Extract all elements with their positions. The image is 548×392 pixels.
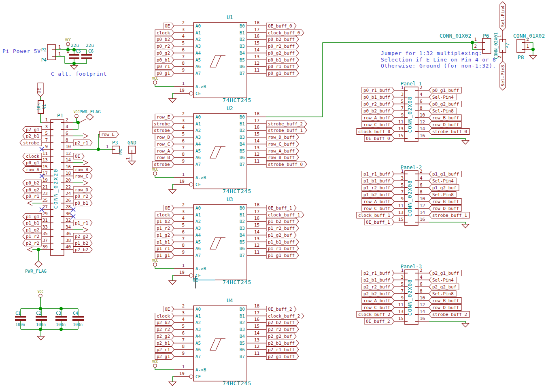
pin-number: 3 [182, 27, 185, 32]
pin-number: 24 [66, 191, 71, 196]
ref-U2: U2 [227, 105, 233, 111]
net-label-text: p1_g1_buff [432, 172, 459, 177]
connector-p8[interactable] [517, 39, 525, 53]
note-jumper-line: Otherwise: Ground (for non-1:32). [381, 63, 496, 69]
ref-C2: C2 [36, 311, 41, 316]
net-label-text: row_C_buff [363, 305, 390, 310]
vcc-text: VCC [152, 360, 158, 364]
pin-number: 16 [254, 125, 259, 130]
pin-number: 16 [420, 217, 425, 222]
pin-name: A3 [195, 327, 201, 332]
net-label-text: row_C [75, 174, 88, 179]
title-Panel-3: Panel-3 [401, 263, 422, 269]
gnd-symbol [70, 66, 78, 70]
net-label-text: row_A [157, 148, 170, 154]
gnd-symbol [462, 224, 469, 228]
net-label-text: strobe_buff_2 [432, 312, 467, 317]
pin-number: 16 [66, 164, 71, 170]
net-label-text: p0_b2_buff [268, 37, 295, 42]
vcc-text: VCC [152, 168, 158, 172]
net-label-text: p0_r1 [157, 64, 170, 69]
pin-number: 13 [254, 337, 259, 343]
pin-name: B7 [240, 162, 245, 167]
pin-name: B3 [240, 135, 245, 140]
pin-name: A2 [195, 219, 201, 224]
net-label-text: OE [165, 307, 170, 312]
pin-name: A7 [195, 162, 201, 167]
net-label-text: p1_r1_buff [363, 172, 390, 177]
pin-number: 13 [398, 210, 404, 215]
pin-name: A6 [195, 246, 201, 251]
vcc-text: VCC [152, 259, 158, 263]
net-label-text: p2_g2_buf [432, 284, 457, 290]
pin-number: 10 [66, 144, 71, 149]
pin-number: 31 [42, 218, 48, 223]
pin-number: 17 [42, 171, 48, 176]
pin-name: A->B [195, 84, 206, 89]
pin-number: 27 [42, 204, 48, 210]
part-p6: CONN_01X02 [440, 33, 471, 39]
net-label-text: p1_r2 [26, 234, 39, 239]
pin-number: 9 [401, 295, 404, 301]
pin-number: 9 [182, 68, 185, 73]
pin-number: 12 [254, 344, 259, 349]
net-label-text: p1_r2_buff [268, 226, 295, 231]
net-label-text: p0_g2 [157, 51, 170, 56]
pin-number: 37 [42, 238, 48, 243]
ref-p2: P2 [41, 47, 47, 53]
net-label-text: p2_b1 [26, 133, 39, 139]
net-label-text: p0_g2 [26, 187, 39, 193]
part-U3: 74HCT245 [223, 279, 251, 285]
schematic-canvas[interactable]: Pi Power 5VP2P411VCC+22uC522uC6C alt. fo… [0, 0, 548, 392]
pin-number: 7 [401, 288, 404, 294]
pin-number: 28 [66, 204, 71, 210]
pin-number: 7 [182, 54, 185, 59]
net-label-text: strobe_buff_1 [432, 213, 467, 218]
pin-number: 5 [182, 40, 185, 46]
net-label-text: strobe_buff_0 [268, 162, 303, 167]
pin-number: 3 [182, 310, 185, 316]
vcc-symbol [39, 294, 42, 297]
pin-number: 8 [66, 138, 68, 143]
net-label-text: p2_b1_buff [268, 341, 295, 346]
net-label-text: clock_buff_1 [358, 213, 390, 218]
pin-number: 1 [125, 157, 131, 160]
value-100n: 100n [56, 322, 66, 327]
connector-p2p4[interactable] [47, 44, 55, 60]
pin-number: 14 [254, 229, 260, 235]
pin-name: A5 [195, 341, 201, 346]
pin-name: B2 [240, 219, 245, 224]
net-label-text: row_B_buff [432, 298, 459, 303]
pin-name: B6 [240, 155, 245, 160]
pin-number: 4 [66, 124, 68, 129]
net-label-text: strobe [154, 128, 170, 133]
pin-number: 18 [66, 171, 71, 176]
pin-number: 18 [254, 202, 259, 208]
pin-number: 8 [182, 344, 185, 349]
open-arrow-right [83, 133, 88, 138]
pin-number: 11 [398, 119, 404, 125]
pin-name: B2 [240, 128, 245, 133]
pin-number: 11 [398, 203, 404, 208]
connector-p6[interactable] [482, 38, 491, 53]
pin-name: A1 [195, 121, 201, 127]
buffer-glyph [210, 55, 221, 67]
pin-number: 11 [42, 151, 48, 156]
pin-number: 1 [182, 81, 185, 86]
pin-name: A4 [195, 233, 201, 238]
net-label-text: row_A [26, 167, 39, 172]
ref-p3: P3 [112, 140, 118, 146]
pin-name: A7 [195, 71, 201, 76]
pin-number: 17 [254, 118, 259, 123]
part-U1: 74HCT245 [223, 97, 251, 103]
pin-name: A2 [195, 37, 201, 42]
pin-number: 18 [254, 303, 259, 309]
ce-invert-bubble [189, 92, 193, 95]
pin-number: 6 [66, 131, 68, 136]
ref-p6: P6 [483, 33, 489, 39]
pin-name: B5 [240, 148, 245, 154]
pin-name: A6 [195, 64, 201, 69]
pin-number: 35 [42, 231, 48, 236]
vcc-symbol [66, 42, 70, 46]
net-label-text: p1_r1_buff [268, 246, 295, 251]
